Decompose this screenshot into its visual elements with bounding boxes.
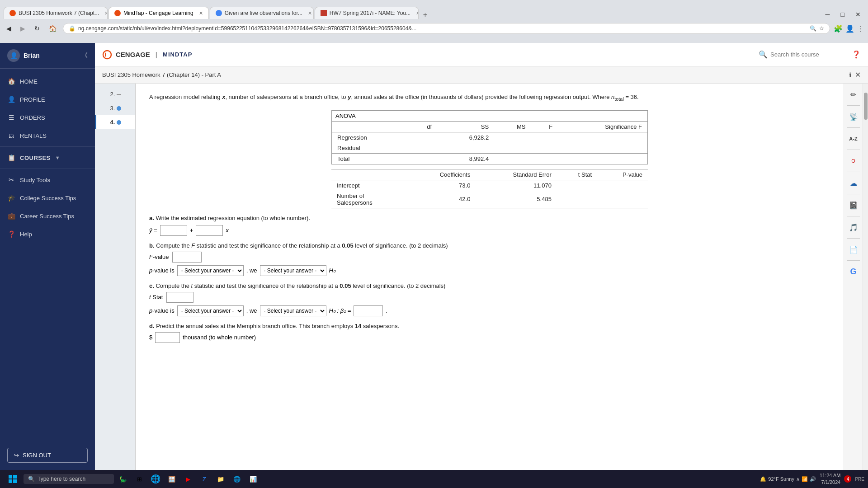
header-search-icon[interactable]: 🔍 xyxy=(759,50,768,59)
sidebar-rentals-label: RENTALS xyxy=(20,132,47,139)
scrollbar-thumb[interactable] xyxy=(864,93,868,120)
coeff-col-header-coeff: Coefficients xyxy=(408,169,476,180)
vertical-scrollbar[interactable] xyxy=(863,84,868,470)
signout-button[interactable]: ↪ SIGN OUT xyxy=(7,448,88,463)
anova-label-residual: Residual xyxy=(332,143,408,154)
pvalue-b-select1[interactable]: - Select your answer - ≤ > ≥ < xyxy=(177,265,244,276)
tstat-row: t Stat xyxy=(149,292,830,303)
question-item-2[interactable]: 2. xyxy=(95,87,135,101)
rt-divider-6 xyxy=(847,216,860,216)
sidebar-item-courses[interactable]: 📋 COURSES ▼ xyxy=(0,149,95,167)
pvalue-b-prefix: p-value is xyxy=(149,267,175,274)
taskbar-store-icon[interactable]: 🪟 xyxy=(165,472,179,486)
dollar-input[interactable] xyxy=(155,332,180,343)
chevron-up-icon[interactable]: ∧ xyxy=(796,476,800,482)
equation-slope-input[interactable] xyxy=(196,225,223,236)
pvalue-row-b: p-value is - Select your answer - ≤ > ≥ … xyxy=(149,265,830,276)
security-icon: 🔒 xyxy=(69,25,75,32)
start-button[interactable] xyxy=(4,472,22,486)
sidebar-item-college-success[interactable]: 🎓 College Success Tips xyxy=(0,189,95,207)
header-help-button[interactable]: ❓ xyxy=(852,50,861,59)
header-search-input[interactable] xyxy=(770,51,846,58)
pvalue-c-select2[interactable]: - Select your answer - reject do not rej… xyxy=(260,305,326,316)
tab-mindtap[interactable]: MindTap - Cengage Learning ✕ xyxy=(108,7,209,19)
office-tool-button[interactable]: O xyxy=(845,153,862,169)
taskbar-dinosaur-icon[interactable]: 🦕 xyxy=(116,472,130,486)
tab-close-4[interactable]: ✕ xyxy=(416,10,419,16)
h0-c-label: H₀ : β₁ = xyxy=(329,307,351,314)
course-close-button[interactable]: ✕ xyxy=(855,70,861,79)
anova-row-residual: Residual xyxy=(332,143,647,154)
pencil-tool-button[interactable]: ✏ xyxy=(845,86,862,103)
maximize-button[interactable]: □ xyxy=(837,10,848,19)
sidebar-item-career-success[interactable]: 💼 Career Success Tips xyxy=(0,207,95,225)
taskbar-edge-icon[interactable]: 🌐 xyxy=(148,472,163,486)
google-tool-button[interactable]: G xyxy=(845,263,862,280)
az-tool-button[interactable]: A-Z xyxy=(845,131,862,147)
notifications-badge[interactable]: 4 xyxy=(844,475,851,483)
browser-menu-button[interactable]: ⋮ xyxy=(857,24,864,33)
sidebar-item-help[interactable]: ❓ Help xyxy=(0,225,95,243)
new-tab-button[interactable]: + xyxy=(420,11,431,19)
fvalue-label: F-value xyxy=(149,253,169,260)
anova-df-regression xyxy=(408,132,437,143)
sidebar-orders-label: ORDERS xyxy=(20,114,45,121)
question-item-4[interactable]: 4. xyxy=(95,115,135,129)
rss-tool-button[interactable]: 📡 xyxy=(845,108,862,125)
taskbar-zoom-icon[interactable]: Z xyxy=(197,472,212,486)
equation-intercept-input[interactable] xyxy=(160,225,187,236)
anova-ss-residual xyxy=(437,143,494,154)
anova-ss-regression: 6,928.2 xyxy=(437,132,494,143)
sidebar-item-orders[interactable]: ☰ ORDERS xyxy=(0,108,95,127)
reload-button[interactable]: ↻ xyxy=(32,23,42,34)
user-avatar-icon: 👤 xyxy=(7,49,20,62)
forward-button[interactable]: ▶ xyxy=(18,23,28,34)
fvalue-input[interactable] xyxy=(172,252,202,263)
part-d-label: d. Predict the annual sales at the Memph… xyxy=(149,323,830,329)
question-item-3[interactable]: 3. xyxy=(95,101,135,115)
taskbar-excel-icon[interactable]: 📊 xyxy=(246,472,260,486)
taskbar-search[interactable]: 🔍 Type here to search xyxy=(24,474,114,484)
taskbar-chrome-icon[interactable]: 🌐 xyxy=(230,472,244,486)
tab-close-1[interactable]: ✕ xyxy=(104,10,108,16)
taskbar-youtube-icon[interactable]: ▶ xyxy=(181,472,195,486)
profile-button[interactable]: 👤 xyxy=(845,24,854,33)
tab-favicon-4 xyxy=(321,10,327,16)
pvalue-b-select2[interactable]: - Select your answer - reject do not rej… xyxy=(260,265,326,276)
minimize-button[interactable]: ─ xyxy=(822,10,834,19)
notebook-tool-button[interactable]: 📓 xyxy=(845,197,862,213)
sidebar-item-rentals[interactable]: 🗂 RENTALS xyxy=(0,127,95,145)
notification-icon[interactable]: 🔔 xyxy=(760,476,766,482)
sidebar-item-home[interactable]: 🏠 HOME xyxy=(0,72,95,90)
home-button[interactable]: 🏠 xyxy=(46,23,59,34)
taskbar-task-view[interactable]: ⊞ xyxy=(132,472,146,486)
coeff-label-salespersons: Number ofSalespersons xyxy=(331,191,408,208)
pvalue-c-select1[interactable]: - Select your answer - ≤ > xyxy=(177,305,244,316)
wifi-icon[interactable]: 📶 xyxy=(802,476,808,482)
cloud-tool-button[interactable]: ☁ xyxy=(845,175,862,191)
bookmark-icon[interactable]: ☆ xyxy=(819,25,824,32)
sidebar-item-studytools[interactable]: ✂ Study Tools xyxy=(0,171,95,189)
course-info-button[interactable]: ℹ xyxy=(849,70,851,79)
extensions-button[interactable]: 🧩 xyxy=(834,24,843,33)
sidebar-collapse-button[interactable]: 《 xyxy=(81,52,88,60)
beta-input[interactable] xyxy=(354,305,383,316)
doc-tool-button[interactable]: 📄 xyxy=(845,241,862,258)
tab-close-3[interactable]: ✕ xyxy=(308,10,312,16)
tab-busi2305[interactable]: BUSI 2305 Homework 7 (Chapt... ✕ xyxy=(4,7,108,19)
course-bar: BUSI 2305 Homework 7 (Chapter 14) - Part… xyxy=(95,66,868,84)
taskbar-files-icon[interactable]: 📁 xyxy=(213,472,228,486)
close-window-button[interactable]: ✕ xyxy=(852,10,864,19)
svg-point-0 xyxy=(103,51,111,59)
course-bar-title: BUSI 2305 Homework 7 (Chapter 14) - Part… xyxy=(102,71,849,78)
audio-tool-button[interactable]: 🎵 xyxy=(845,219,862,235)
rentals-icon: 🗂 xyxy=(7,132,15,139)
tab-hw7[interactable]: HW7 Spring 2017i - NAME: You... ✕ xyxy=(315,7,419,19)
speaker-icon[interactable]: 🔊 xyxy=(810,476,816,482)
tab-google[interactable]: Given are five observations for... ✕ xyxy=(210,7,314,19)
tab-close-2[interactable]: ✕ xyxy=(199,10,203,16)
sidebar-item-profile[interactable]: 👤 PROFILE xyxy=(0,90,95,108)
tstat-input[interactable] xyxy=(166,292,193,303)
address-bar[interactable]: 🔒 ng.cengage.com/static/nb/ui/evo/index.… xyxy=(63,23,830,34)
back-button[interactable]: ◀ xyxy=(4,23,14,34)
